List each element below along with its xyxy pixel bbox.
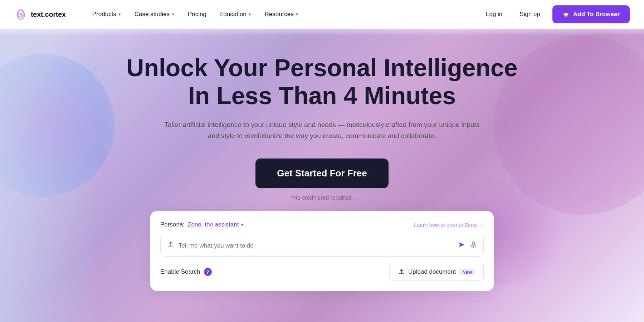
nav-item-products[interactable]: Products ▼ bbox=[87, 8, 127, 21]
svg-point-3 bbox=[565, 13, 567, 15]
signup-link[interactable]: Sign up bbox=[514, 8, 545, 21]
hero-title: Unlock Your Personal Intelligence In Les… bbox=[126, 54, 517, 109]
persona-area: Persona: Zeno, the assistant ▾ bbox=[160, 221, 243, 228]
attach-icon bbox=[167, 241, 174, 250]
logo-link[interactable]: text.cortex bbox=[14, 8, 66, 21]
nav-links: Products ▼ Case studies ▼ Pricing Educat… bbox=[87, 8, 481, 21]
navbar: text.cortex Products ▼ Case studies ▼ Pr… bbox=[0, 0, 644, 29]
svg-point-1 bbox=[20, 13, 22, 15]
education-chevron-icon: ▼ bbox=[248, 12, 252, 16]
prompt-input[interactable] bbox=[179, 242, 453, 249]
nav-item-resources[interactable]: Resources ▼ bbox=[260, 8, 304, 21]
add-to-browser-button[interactable]: Add To Browser bbox=[552, 5, 630, 23]
enable-search-label: Enable Search bbox=[160, 268, 200, 275]
help-icon-label: ? bbox=[206, 269, 209, 275]
learn-prompt-link[interactable]: Learn how to prompt Zeno → bbox=[414, 222, 484, 228]
widget-header: Persona: Zeno, the assistant ▾ Learn how… bbox=[160, 221, 484, 228]
nav-education-label: Education bbox=[219, 11, 247, 18]
hero-title-line2: In Less Than 4 Minutes bbox=[188, 82, 456, 109]
persona-prefix-label: Persona: bbox=[160, 221, 185, 228]
persona-name-label: Zeno, the assistant bbox=[187, 221, 239, 228]
mic-icon[interactable] bbox=[470, 241, 477, 250]
send-icon[interactable] bbox=[458, 241, 465, 250]
no-credit-text: *No credit card required. bbox=[291, 195, 353, 201]
login-link[interactable]: Log in bbox=[481, 8, 507, 21]
persona-chevron-icon: ▾ bbox=[241, 222, 243, 227]
ai-widget-card: Persona: Zeno, the assistant ▾ Learn how… bbox=[150, 211, 494, 291]
add-to-browser-label: Add To Browser bbox=[573, 11, 620, 18]
resources-chevron-icon: ▼ bbox=[295, 12, 299, 16]
chrome-icon bbox=[562, 10, 570, 18]
nav-products-label: Products bbox=[92, 11, 116, 18]
products-chevron-icon: ▼ bbox=[118, 12, 122, 16]
nav-item-pricing[interactable]: Pricing bbox=[183, 8, 211, 21]
case-studies-chevron-icon: ▼ bbox=[171, 12, 175, 16]
new-badge: New bbox=[459, 269, 475, 275]
nav-resources-label: Resources bbox=[265, 11, 294, 18]
hero-section: Unlock Your Personal Intelligence In Les… bbox=[0, 29, 644, 219]
page-wrapper: text.cortex Products ▼ Case studies ▼ Pr… bbox=[0, 0, 644, 322]
nav-pricing-label: Pricing bbox=[188, 11, 206, 18]
get-started-button[interactable]: Get Started For Free bbox=[255, 158, 388, 188]
enable-search-help-badge[interactable]: ? bbox=[204, 268, 212, 276]
widget-footer: Enable Search ? Upload document New bbox=[160, 263, 484, 281]
nav-item-education[interactable]: Education ▼ bbox=[214, 8, 257, 21]
nav-item-case-studies[interactable]: Case studies ▼ bbox=[130, 8, 180, 21]
enable-search-area: Enable Search ? bbox=[160, 268, 212, 276]
logo-text: text.cortex bbox=[31, 10, 66, 19]
logo-icon bbox=[14, 8, 27, 21]
hero-subtitle: Tailor artificial intelligence to your u… bbox=[161, 119, 483, 141]
upload-doc-icon bbox=[398, 269, 405, 275]
upload-doc-label: Upload document bbox=[408, 268, 456, 275]
upload-document-button[interactable]: Upload document New bbox=[389, 263, 484, 281]
nav-auth: Log in Sign up Add To Browser bbox=[481, 5, 630, 23]
svg-rect-4 bbox=[472, 242, 474, 245]
prompt-input-area bbox=[160, 235, 484, 257]
persona-selector[interactable]: Zeno, the assistant ▾ bbox=[187, 221, 243, 228]
hero-title-line1: Unlock Your Personal Intelligence bbox=[126, 54, 517, 81]
nav-case-studies-label: Case studies bbox=[135, 11, 170, 18]
